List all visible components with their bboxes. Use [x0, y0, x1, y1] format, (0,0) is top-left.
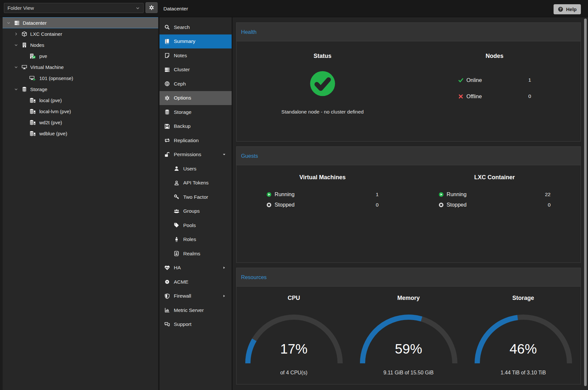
play-circle-icon: [266, 192, 272, 197]
tree-item-wd2t-pve[interactable]: wd2t (pve): [3, 117, 158, 128]
nav-item-label: Summary: [174, 38, 195, 44]
collapse-chevron-icon[interactable]: [6, 20, 14, 25]
collapse-chevron-icon[interactable]: [14, 87, 21, 91]
gauge-subtext: of 4 CPU(s): [280, 370, 308, 376]
guest-rows: Running22Stopped0: [439, 189, 551, 210]
status-heading: Status: [313, 52, 331, 60]
guest-row-label: Stopped: [275, 202, 294, 208]
nav-item-search[interactable]: Search: [160, 20, 232, 34]
gauge-arc: [475, 314, 572, 366]
guest-row-value: 0: [548, 202, 551, 208]
tree-item-lxc-container[interactable]: LXC Container: [3, 28, 158, 39]
nav-item-pools[interactable]: Pools: [160, 218, 232, 233]
cube-icon: [21, 31, 28, 37]
resource-heading: CPU: [288, 294, 300, 302]
status-column: Status Standalone node - no cluster defi…: [236, 41, 409, 115]
tree-item-label: pve: [39, 53, 47, 59]
main-content: Health Status Standalone node - no clust…: [233, 17, 588, 390]
nodes-rows: Online1Offline0: [458, 74, 531, 102]
guest-row-label: Stopped: [447, 202, 467, 208]
nav-item-backup[interactable]: Backup: [160, 119, 232, 134]
guest-row-label: Running: [447, 191, 467, 197]
gauge-percent-value: 59%: [360, 341, 457, 357]
tree-item-nodes[interactable]: Nodes: [3, 39, 158, 50]
tree-indent-spacer: [21, 98, 29, 102]
nav-item-notes[interactable]: Notes: [160, 48, 232, 63]
nav-item-api-tokens[interactable]: API Tokens: [160, 176, 232, 190]
nav-item-roles[interactable]: Roles: [160, 233, 232, 247]
caret-right-icon: [222, 294, 226, 298]
nav-item-label: Backup: [174, 123, 191, 129]
tree-item-pve[interactable]: pve: [3, 50, 158, 61]
building-icon: [21, 42, 28, 48]
nav-item-two-factor[interactable]: Two Factor: [160, 190, 232, 204]
nav-item-label: Options: [174, 95, 191, 101]
node-status-row-online: Online1: [458, 74, 531, 86]
unlock-icon: [164, 152, 170, 157]
nav-item-summary[interactable]: Summary: [160, 34, 232, 49]
guests-panel-body: Virtual MachinesRunning1Stopped0LXC Cont…: [236, 165, 581, 210]
caret-down-icon: [222, 153, 226, 156]
resource-heading: Storage: [512, 294, 534, 302]
person-icon: [174, 237, 179, 242]
nav-item-label: Storage: [174, 109, 191, 115]
guest-row-stopped: Stopped0: [266, 200, 378, 210]
node-status-label: Offline: [467, 93, 482, 100]
tree-item-local-pve[interactable]: local (pve): [3, 95, 158, 106]
nav-item-permissions[interactable]: Permissions: [160, 148, 232, 162]
search-icon: [164, 24, 170, 30]
tree-settings-button[interactable]: [146, 2, 158, 13]
collapse-chevron-icon[interactable]: [14, 65, 21, 69]
nav-item-groups[interactable]: Groups: [160, 204, 232, 219]
check-icon: [458, 77, 464, 83]
nav-item-users[interactable]: Users: [160, 162, 232, 176]
health-panel: Health Status Standalone node - no clust…: [236, 22, 581, 141]
nav-item-ceph[interactable]: Ceph: [160, 77, 232, 91]
vertical-scrollbar[interactable]: [584, 19, 587, 386]
nav-item-ha[interactable]: HA: [160, 261, 232, 275]
nav-item-label: Two Factor: [183, 194, 208, 200]
nav-item-label: Cluster: [174, 67, 190, 73]
server-icon: [14, 20, 20, 26]
nav-item-acme[interactable]: ACME: [160, 275, 232, 289]
nav-item-storage[interactable]: Storage: [160, 105, 232, 119]
key-icon: [174, 194, 179, 200]
nav-item-label: Replication: [174, 138, 199, 143]
view-mode-select[interactable]: Folder View: [4, 3, 144, 13]
tree-indent-spacer: [21, 109, 29, 114]
collapse-chevron-icon[interactable]: [14, 43, 21, 47]
tree-item-storage[interactable]: Storage: [3, 84, 158, 95]
nav-item-label: Roles: [183, 236, 196, 242]
tags-icon: [174, 222, 179, 228]
gauge-percent-value: 17%: [245, 341, 343, 357]
nav-item-cluster[interactable]: Cluster: [160, 63, 232, 77]
tree-item-datacenter[interactable]: Datacenter: [3, 17, 158, 28]
help-button-label: Help: [566, 7, 577, 12]
nodes-heading: Nodes: [486, 52, 504, 60]
tree-indent-spacer: [21, 120, 29, 125]
nav-item-label: ACME: [174, 279, 188, 285]
help-button[interactable]: ? Help: [554, 4, 581, 14]
address-book-icon: [174, 251, 179, 256]
tree-item-wdblue-pve[interactable]: wdblue (pve): [3, 128, 158, 139]
tree-item-label: wd2t (pve): [39, 120, 62, 125]
resource-tree: DatacenterLXC ContainerNodespveVirtual M…: [3, 17, 158, 390]
tree-item-label: Nodes: [30, 42, 44, 48]
expand-chevron-icon[interactable]: [14, 32, 21, 36]
nav-item-support[interactable]: Support: [160, 317, 232, 332]
tree-item-local-lvm-pve[interactable]: local-lvm (pve): [3, 106, 158, 117]
building-check-icon: [29, 53, 37, 59]
check-circle-icon: [309, 70, 336, 97]
tree-item-101-opnsense[interactable]: 101 (opnsense): [3, 73, 158, 84]
nav-item-replication[interactable]: Replication: [160, 133, 232, 148]
nav-item-metric-server[interactable]: Metric Server: [160, 303, 232, 317]
certificate-icon: [164, 279, 170, 285]
database-drive-icon: [29, 120, 37, 125]
desktop-icon: [21, 64, 28, 70]
nav-item-firewall[interactable]: Firewall: [160, 289, 232, 303]
server-icon: [164, 67, 170, 73]
tree-item-virtual-machine[interactable]: Virtual Machine: [3, 61, 158, 73]
nav-item-options[interactable]: Options: [160, 91, 232, 105]
guest-row-running: Running22: [439, 189, 551, 199]
nav-item-realms[interactable]: Realms: [160, 247, 232, 261]
